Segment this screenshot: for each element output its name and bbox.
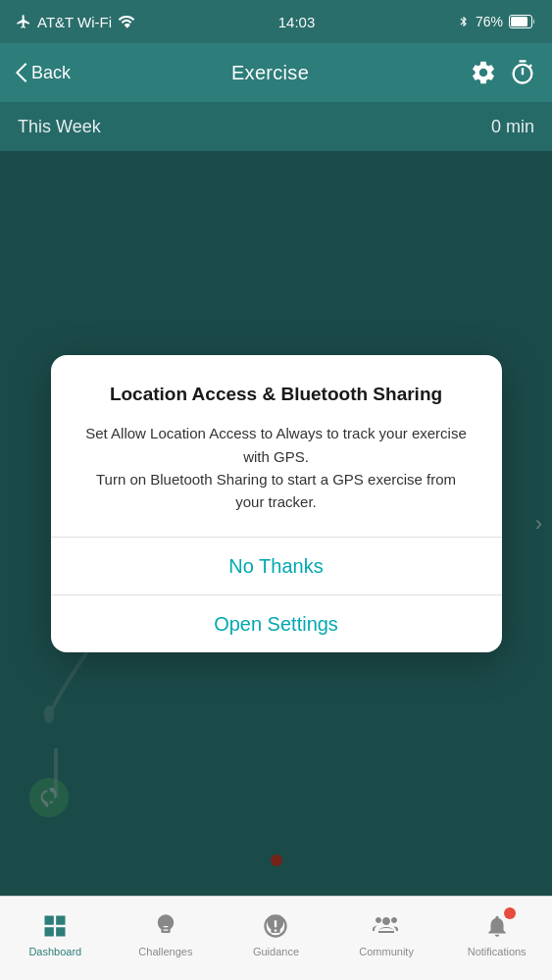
notifications-icon-wrapper (482, 911, 512, 941)
wifi-icon (118, 15, 135, 28)
dialog-title: Location Access & Bluetooth Sharing (80, 383, 473, 407)
tab-community[interactable]: Community (331, 897, 442, 980)
bluetooth-icon (458, 14, 470, 29)
week-label: This Week (18, 117, 101, 137)
battery-percent: 76% (476, 14, 503, 29)
community-icon (372, 911, 401, 941)
back-button[interactable]: Back (16, 63, 71, 83)
chevron-left-icon (16, 63, 27, 82)
airplane-icon (16, 14, 31, 29)
dialog-content: Location Access & Bluetooth Sharing Set … (51, 355, 502, 538)
dialog-body: Set Allow Location Access to Always to t… (80, 422, 473, 513)
challenges-icon (151, 911, 180, 941)
tab-notifications-label: Notifications (468, 946, 527, 957)
svg-rect-1 (511, 17, 527, 26)
tab-community-label: Community (359, 946, 414, 957)
week-value: 0 min (491, 117, 534, 137)
status-bar-right: 76% (458, 14, 536, 29)
no-thanks-button[interactable]: No Thanks (51, 538, 502, 594)
status-bar-left: AT&T Wi-Fi (16, 14, 135, 30)
battery-icon (509, 15, 536, 28)
timer-icon[interactable] (509, 59, 536, 86)
tab-challenges[interactable]: Challenges (111, 897, 222, 980)
tab-dashboard[interactable]: Dashboard (0, 897, 111, 980)
nav-title: Exercise (231, 62, 309, 84)
tab-challenges-label: Challenges (138, 946, 192, 957)
dialog-overlay: Location Access & Bluetooth Sharing Set … (0, 151, 552, 896)
status-bar: AT&T Wi-Fi 14:03 76% (0, 0, 552, 43)
carrier-label: AT&T Wi-Fi (37, 14, 112, 30)
week-bar: This Week 0 min (0, 102, 552, 151)
settings-icon[interactable] (470, 59, 497, 86)
status-bar-time: 14:03 (278, 14, 316, 30)
notification-badge (504, 907, 516, 919)
tab-bar: Dashboard Challenges Guidance Community (0, 896, 552, 980)
dialog: Location Access & Bluetooth Sharing Set … (51, 355, 502, 653)
nav-icons (470, 59, 536, 86)
open-settings-button[interactable]: Open Settings (51, 595, 502, 652)
tab-dashboard-label: Dashboard (28, 946, 81, 957)
main-content: › Location Access & Bluetooth Sharing Se… (0, 151, 552, 896)
tab-notifications[interactable]: Notifications (441, 897, 552, 980)
nav-bar: Back Exercise (0, 43, 552, 102)
tab-guidance[interactable]: Guidance (221, 897, 331, 980)
dashboard-icon (40, 911, 70, 941)
back-label: Back (31, 63, 71, 83)
tab-guidance-label: Guidance (253, 946, 299, 957)
guidance-icon (261, 911, 290, 941)
